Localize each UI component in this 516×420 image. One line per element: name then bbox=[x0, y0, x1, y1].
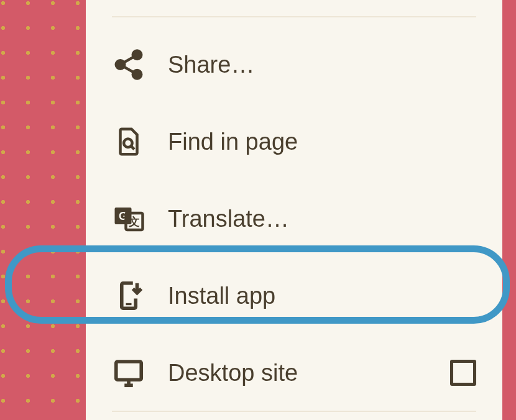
menu-item-install-app[interactable]: Install app bbox=[86, 257, 502, 334]
menu-items-list: Share… Find in page G 文 Tra bbox=[86, 26, 502, 411]
svg-line-6 bbox=[131, 146, 134, 149]
menu-item-label: Find in page bbox=[168, 129, 298, 155]
svg-line-4 bbox=[124, 66, 134, 72]
menu-item-desktop-site[interactable]: Desktop site bbox=[86, 334, 502, 411]
svg-point-1 bbox=[116, 60, 125, 69]
desktop-site-checkbox[interactable] bbox=[450, 360, 476, 386]
svg-line-3 bbox=[124, 57, 134, 63]
divider bbox=[112, 411, 476, 412]
svg-rect-13 bbox=[116, 362, 142, 380]
svg-point-2 bbox=[133, 70, 142, 79]
translate-icon: G 文 bbox=[112, 202, 145, 235]
browser-menu-panel: Share… Find in page G 文 Tra bbox=[86, 0, 502, 420]
install-app-icon bbox=[112, 279, 145, 313]
svg-text:文: 文 bbox=[128, 216, 140, 228]
share-icon bbox=[112, 48, 145, 81]
svg-point-0 bbox=[133, 51, 142, 60]
menu-item-label: Share… bbox=[168, 52, 254, 78]
menu-item-share[interactable]: Share… bbox=[86, 26, 502, 103]
menu-item-translate[interactable]: G 文 Translate… bbox=[86, 180, 502, 257]
menu-item-find-in-page[interactable]: Find in page bbox=[86, 103, 502, 180]
divider bbox=[112, 16, 476, 17]
menu-item-label: Install app bbox=[168, 283, 275, 309]
svg-point-5 bbox=[124, 139, 132, 148]
desktop-icon bbox=[112, 356, 145, 390]
menu-item-label: Desktop site bbox=[168, 360, 298, 386]
menu-item-label: Translate… bbox=[168, 206, 289, 232]
find-in-page-icon bbox=[112, 125, 145, 158]
